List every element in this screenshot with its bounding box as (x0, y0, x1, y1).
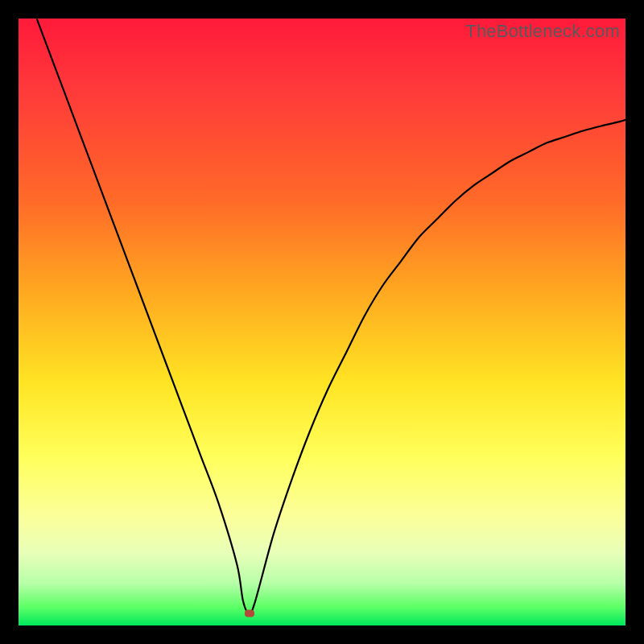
chart-marker (245, 609, 254, 617)
bottleneck-curve (19, 19, 625, 625)
plot-area (19, 19, 625, 625)
chart-frame: TheBottleneck.com (0, 0, 644, 644)
watermark-label: TheBottleneck.com (465, 21, 620, 42)
